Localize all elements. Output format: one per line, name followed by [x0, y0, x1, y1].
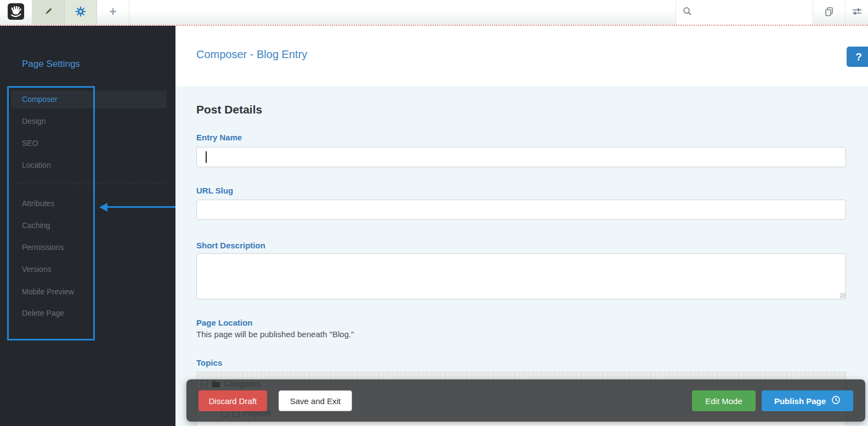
top-toolbar	[0, 0, 868, 26]
sidebar-item-design[interactable]: Design	[22, 117, 46, 126]
edit-mode-button-bar[interactable]: Edit Mode	[692, 390, 756, 411]
save-and-exit-button[interactable]: Save and Exit	[279, 390, 352, 411]
help-button[interactable]: ?	[847, 47, 868, 67]
entry-name-label: Entry Name	[196, 133, 242, 142]
url-slug-label: URL Slug	[196, 186, 233, 195]
copy-pages-icon	[824, 6, 835, 19]
url-slug-input[interactable]	[196, 200, 846, 220]
search-input[interactable]	[696, 8, 813, 17]
settings-sliders-button[interactable]	[845, 0, 868, 25]
annotation-arrow-line	[107, 206, 175, 208]
sitemap-pages-button[interactable]	[813, 0, 845, 25]
add-content-button[interactable]	[97, 0, 129, 25]
page-location-label: Page Location	[196, 318, 253, 327]
sliders-icon	[852, 6, 863, 19]
app-window: Page Settings Composer Design SEO Locati…	[0, 0, 868, 426]
search-bar[interactable]	[676, 0, 813, 25]
short-description-label: Short Description	[196, 241, 265, 250]
sidebar-item-delete-page[interactable]: Delete Page	[22, 309, 64, 317]
page-location-text: This page will be published beneath "Blo…	[196, 330, 354, 339]
annotation-highlight-box	[7, 86, 95, 340]
sidebar-item-composer[interactable]: Composer	[22, 95, 58, 104]
sidebar-item-permissions[interactable]: Permissions	[22, 243, 64, 252]
page-settings-button[interactable]	[65, 0, 97, 25]
publish-page-label: Publish Page	[774, 396, 826, 406]
sidebar-item-seo[interactable]: SEO	[22, 139, 38, 147]
annotation-arrow-head	[99, 203, 107, 212]
post-details-section: Post Details Entry Name URL Slug Short D…	[175, 86, 868, 426]
discard-draft-button[interactable]: Discard Draft	[198, 390, 267, 411]
section-title: Post Details	[196, 103, 262, 116]
sidebar-title: Page Settings	[22, 59, 80, 70]
sidebar-item-caching[interactable]: Caching	[22, 221, 50, 230]
clock-icon	[831, 395, 841, 406]
topics-tree-header	[197, 372, 846, 379]
sidebar-item-mobile-preview[interactable]: Mobile Preview	[22, 287, 74, 296]
publish-page-button[interactable]: Publish Page	[762, 390, 853, 411]
entry-name-input[interactable]	[196, 147, 846, 167]
search-icon	[683, 7, 692, 18]
sidebar-item-location[interactable]: Location	[22, 161, 51, 169]
topics-label: Topics	[196, 358, 222, 367]
sidebar-separator	[11, 184, 167, 184]
textarea-resize-handle[interactable]	[840, 293, 846, 298]
plus-icon	[109, 7, 117, 18]
toolbar-spacer	[129, 0, 676, 25]
sidebar-item-attributes[interactable]: Attributes	[22, 199, 54, 208]
gear-icon	[75, 6, 86, 19]
edit-mode-button[interactable]	[32, 0, 65, 25]
page-settings-sidebar: Page Settings Composer Design SEO Locati…	[0, 26, 175, 426]
main-panel: Composer - Blog Entry ? Post Details Ent…	[175, 26, 868, 426]
pencil-icon	[43, 7, 53, 19]
home-button[interactable]	[0, 0, 32, 25]
sidebar-item-versions[interactable]: Versions	[22, 265, 52, 274]
short-description-textarea[interactable]	[196, 253, 846, 299]
draft-action-bar: Discard Draft Save and Exit Edit Mode Pu…	[186, 379, 865, 422]
concrete5-logo	[8, 3, 24, 22]
page-title: Composer - Blog Entry	[196, 48, 307, 61]
text-cursor	[206, 151, 207, 163]
